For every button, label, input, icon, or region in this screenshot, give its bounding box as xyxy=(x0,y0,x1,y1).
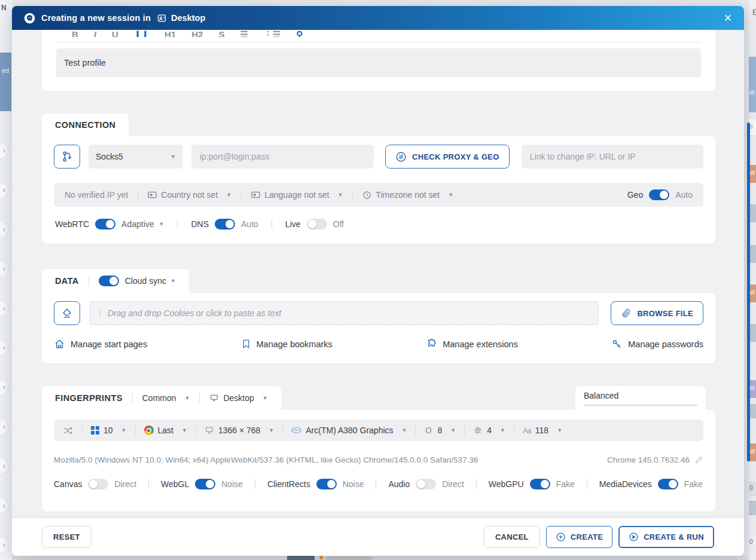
cloud-sync-toggle[interactable] xyxy=(99,276,119,286)
platform-select[interactable]: Desktop▼ xyxy=(209,393,267,403)
cookies-row: Drag and drop Cookies or click to paste … xyxy=(54,301,703,325)
dns-toggle[interactable] xyxy=(215,219,235,229)
play-circle-icon xyxy=(629,532,639,542)
geo-toggle[interactable] xyxy=(649,189,669,200)
background-text-fragment: N xyxy=(1,4,7,12)
chevron-down-icon: ▼ xyxy=(121,427,127,433)
cpu-cores-select[interactable]: 8▼ xyxy=(424,426,456,435)
live-toggle-label: Live xyxy=(285,219,301,229)
notes-input[interactable]: Test profile xyxy=(56,48,701,77)
italic-icon[interactable]: I xyxy=(94,32,96,37)
chevron-down-icon: ▼ xyxy=(185,395,190,401)
reset-button[interactable]: RESET xyxy=(42,526,92,548)
key-icon xyxy=(611,338,623,350)
live-mode: Off xyxy=(333,219,344,229)
fingerprint-toggles-row: Canvas Direct WebGL Noise ClientRects No… xyxy=(54,479,703,489)
webrtc-toggle[interactable] xyxy=(95,219,115,229)
ram-select[interactable]: 4▼ xyxy=(473,426,505,435)
background-bottom-bar xyxy=(12,556,749,560)
cookies-dropzone[interactable]: Drag and drop Cookies or click to paste … xyxy=(90,301,599,325)
divider xyxy=(138,190,138,200)
numbered-list-icon[interactable]: ⋮☰ xyxy=(264,32,281,37)
webgl-mode: Noise xyxy=(221,479,243,489)
audio-toggle-label: Audio xyxy=(388,479,410,489)
check-proxy-button[interactable]: CHECK PROXY & GEO xyxy=(385,145,510,169)
bold-icon[interactable]: B xyxy=(72,32,78,37)
proxy-nodes-icon[interactable] xyxy=(54,145,80,169)
fingerprint-quality-tab[interactable]: Balanced xyxy=(575,386,706,410)
edit-pencil-icon[interactable] xyxy=(694,455,703,464)
modal-target-label: Desktop xyxy=(171,13,205,23)
heading1-icon[interactable]: H1 xyxy=(164,32,176,37)
cancel-button[interactable]: CANCEL xyxy=(484,526,540,548)
divider xyxy=(89,276,89,286)
manage-extensions-link[interactable]: Manage extensions xyxy=(426,338,518,350)
create-button[interactable]: CREATE xyxy=(546,526,612,548)
underline-icon[interactable]: U xyxy=(112,32,118,37)
webgl-toggle-label: WebGL xyxy=(161,479,189,489)
preset-select[interactable]: Common▼ xyxy=(142,393,190,403)
fonts-select[interactable]: Aa 118▼ xyxy=(523,426,562,435)
divider xyxy=(135,426,136,435)
connection-section-tab: CONNECTION xyxy=(42,114,129,136)
chrome-logo-icon xyxy=(144,426,154,435)
mediadevices-toggle[interactable] xyxy=(658,479,678,489)
change-ip-input[interactable] xyxy=(522,145,703,169)
webgpu-toggle-label: WebGPU xyxy=(489,479,524,489)
notes-format-toolbar: B I U ❙❙ H1 H2 S ☰ ⋮☰ ⚲ xyxy=(56,30,701,37)
sync-arrows-icon xyxy=(395,151,407,163)
os-version-select[interactable]: 10▼ xyxy=(91,426,127,435)
proxy-type-select[interactable]: Socks5▼ xyxy=(89,145,183,169)
canvas-toggle-label: Canvas xyxy=(54,479,82,489)
language-select[interactable]: Language not set▼ xyxy=(251,190,343,200)
chevron-down-icon[interactable]: ▼ xyxy=(170,278,176,284)
chevron-down-icon: ▼ xyxy=(448,192,453,198)
cookies-eraser-icon[interactable] xyxy=(54,301,80,325)
browse-file-button[interactable]: BROWSE FILE xyxy=(611,301,703,325)
webgl-toggle[interactable] xyxy=(195,479,215,489)
notes-text: Test profile xyxy=(64,58,106,68)
divider xyxy=(352,190,353,200)
chevron-down-icon: ▼ xyxy=(337,192,343,198)
timezone-select[interactable]: Timezone not set▼ xyxy=(362,190,453,200)
country-select[interactable]: Country not set▼ xyxy=(148,190,231,200)
chevron-down-icon: ▼ xyxy=(450,427,456,433)
create-and-run-button[interactable]: CREATE & RUN xyxy=(618,526,714,548)
heading2-icon[interactable]: H2 xyxy=(191,32,203,37)
clientrects-toggle[interactable] xyxy=(316,479,337,489)
divider xyxy=(587,479,587,489)
close-icon[interactable]: ✕ xyxy=(720,11,736,26)
fingerprints-tabs-row: FINGERPRINTS Common▼ Desktop▼ Balanced xyxy=(42,386,715,410)
chevron-down-icon: ▼ xyxy=(500,427,505,433)
audio-mode: Direct xyxy=(442,479,464,489)
chevron-down-icon: ▼ xyxy=(269,427,274,433)
proxy-address-input[interactable] xyxy=(191,145,374,169)
browser-build-text: Chrome 145.0.7632.46 xyxy=(607,455,690,464)
chevron-down-icon: ▼ xyxy=(226,192,231,198)
monitor-icon xyxy=(205,426,214,434)
bookmark-icon xyxy=(241,338,251,350)
browser-version-select[interactable]: Last▼ xyxy=(144,426,187,435)
manage-passwords-link[interactable]: Manage passwords xyxy=(611,338,703,350)
manage-start-pages-link[interactable]: Manage start pages xyxy=(54,338,147,350)
webrtc-mode[interactable]: Adaptive xyxy=(121,219,154,229)
canvas-toggle[interactable] xyxy=(88,479,108,489)
chevron-down-icon: ▼ xyxy=(402,427,407,433)
strikethrough-icon[interactable]: S xyxy=(218,32,224,37)
link-icon[interactable]: ⚲ xyxy=(296,32,303,37)
live-toggle[interactable] xyxy=(307,219,327,229)
resolution-select[interactable]: 1366 × 768▼ xyxy=(205,426,274,435)
scrollbar-thumb[interactable] xyxy=(747,123,750,461)
quote-icon[interactable]: ❙❙ xyxy=(134,32,149,37)
quality-progress-track xyxy=(584,404,697,406)
modal-footer: RESET CANCEL CREATE CREATE & RUN xyxy=(12,518,744,556)
gpu-select[interactable]: Arc(TM) A380 Graphics▼ xyxy=(291,426,407,435)
list-icon[interactable]: ☰ xyxy=(240,32,248,37)
audio-toggle[interactable] xyxy=(416,479,436,489)
manage-bookmarks-link[interactable]: Manage bookmarks xyxy=(241,338,333,350)
webgpu-toggle[interactable] xyxy=(530,479,550,489)
fingerprint-params-bar: 10▼ Last▼ 1366 × 768▼ Arc(TM) A380 Graph… xyxy=(54,420,703,441)
shuffle-icon[interactable] xyxy=(62,426,74,436)
canvas-mode: Direct xyxy=(114,479,136,489)
data-section-tab: DATA Cloud sync ▼ xyxy=(42,269,189,293)
